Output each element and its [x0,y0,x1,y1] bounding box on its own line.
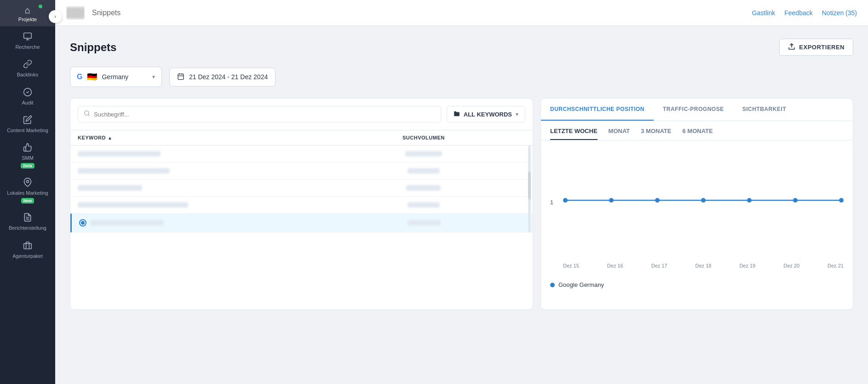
x-label: Dez 15 [563,263,579,268]
tab-sichtbarkeit[interactable]: SICHTBARKEIT [733,99,795,121]
projekte-icon: ⌂ [25,6,30,15]
chart-point [563,198,568,203]
sidebar-item-audit[interactable]: Audit [0,82,55,110]
column-header-keyword: KEYWORD ▲ [78,135,322,140]
notizen-link[interactable]: Notizen (35) [822,9,857,17]
bericht-icon [23,213,32,223]
tab-traffic-prognose[interactable]: TRAFFIC-PROGNOSE [654,99,733,121]
table-row[interactable] [70,163,533,180]
chart-y-label: 1 [550,199,553,206]
tab-durchschnittliche-position[interactable]: DURCHSCHNITTLICHE POSITION [541,99,654,121]
table-row[interactable] [70,197,533,214]
keyword-cell [78,168,322,174]
date-filter[interactable]: 21 Dez 2024 - 21 Dez 2024 [169,68,276,87]
sidebar-item-label: Projekte [18,17,37,23]
panels-row: ALL KEYWORDS ▾ KEYWORD ▲ SUCHVOLUMEN [70,98,853,310]
sort-icon: ▲ [108,135,112,140]
legend-label: Google Germany [558,281,604,288]
folder-icon [454,111,460,118]
sidebar-item-bericht[interactable]: Bericht­erstellung [0,207,55,235]
sub-tab-6-monate[interactable]: 6 MONATE [682,128,713,140]
keyword-cell [78,151,322,157]
sidebar-item-label: Lokales Marketing [7,190,48,196]
filters-row: G 🇩🇪 Germany ▾ 21 Dez 2024 - 21 Dez 2024 [70,67,853,87]
chart-panel: DURCHSCHNITTLICHE POSITION TRAFFIC-PROGN… [540,98,853,310]
x-label: Dez 16 [607,263,623,268]
table-row[interactable] [70,214,533,233]
search-box[interactable] [78,106,441,122]
chart-point [839,198,844,203]
calendar-icon [177,73,184,81]
sub-tab-letzte-woche[interactable]: LETZTE WOCHE [550,128,598,140]
table-row[interactable] [70,145,533,163]
keyword-cell [78,185,322,191]
sub-tab-monat[interactable]: MONAT [609,128,630,140]
smm-badge: Beta [21,163,34,169]
country-label: Germany [102,73,128,81]
svg-rect-9 [178,74,184,79]
sidebar-item-smm[interactable]: SMM Beta [0,137,55,172]
blurred-keyword [90,220,164,226]
column-header-suchvolumen: SUCHVOLUMEN [322,135,525,140]
page-title: Snippets [70,41,116,54]
agenturpaket-icon [23,241,32,251]
chart-legend: Google Germany [541,278,853,296]
feedback-link[interactable]: Feedback [784,9,812,17]
sub-tab-3-monate[interactable]: 3 MONATE [641,128,671,140]
country-filter[interactable]: G 🇩🇪 Germany ▾ [70,67,162,87]
export-icon [788,43,795,52]
topbar-logo [66,6,85,19]
svg-line-14 [88,115,90,116]
sidebar-item-recherche[interactable]: Recherche [0,26,55,54]
sidebar-item-projekte[interactable]: ⌂ Projekte [0,0,55,26]
sidebar-item-label: Bericht­erstellung [9,225,46,231]
chart-area: 1 [541,140,853,278]
x-label: Dez 18 [696,263,712,268]
blurred-suchvolumen [405,151,442,157]
sidebar-item-label: SMM [22,155,34,161]
sidebar-toggle[interactable]: › [49,10,62,23]
svg-rect-0 [24,33,32,39]
topbar-actions: Gastlink Feedback Notizen (35) [752,9,857,17]
keyword-filter-label: ALL KEYWORDS [464,111,512,118]
sidebar-item-lokales-marketing[interactable]: Lokales Marketing New [0,172,55,207]
legend-dot [550,283,555,287]
chart-point [701,198,706,203]
search-input[interactable] [94,111,435,118]
radio-button[interactable] [79,219,86,227]
svg-rect-7 [24,243,32,249]
country-flag: 🇩🇪 [87,72,97,82]
audit-icon [23,87,32,98]
suchvolumen-cell [322,220,525,226]
search-icon [84,110,90,118]
blurred-suchvolumen [406,185,441,191]
export-button[interactable]: EXPORTIEREN [779,39,853,56]
chart-point [609,198,614,203]
panel-tabs: DURCHSCHNITTLICHE POSITION TRAFFIC-PROGN… [541,99,853,121]
sidebar-item-backlinks[interactable]: Backlinks [0,54,55,81]
table-header: KEYWORD ▲ SUCHVOLUMEN [70,130,533,145]
backlinks-icon [23,59,32,70]
svg-point-13 [85,111,89,115]
keywords-panel: ALL KEYWORDS ▾ KEYWORD ▲ SUCHVOLUMEN [70,98,533,310]
gastlink-link[interactable]: Gastlink [752,9,776,17]
sidebar-item-agenturpaket[interactable]: Agenturpaket [0,235,55,263]
topbar-title: Snippets [92,9,745,17]
keyword-filter-dropdown[interactable]: ALL KEYWORDS ▾ [447,106,525,122]
blurred-suchvolumen [408,202,440,208]
lokales-marketing-icon [23,178,32,188]
x-label: Dez 20 [783,263,799,268]
blurred-keyword [78,168,170,174]
blurred-keyword [78,202,188,208]
page-content: Snippets EXPORTIEREN G 🇩🇪 Germany ▾ [55,26,868,384]
table-row[interactable] [70,180,533,197]
search-filter-row: ALL KEYWORDS ▾ [70,99,533,130]
recherche-icon [23,32,32,42]
blurred-suchvolumen [408,168,440,174]
scrollbar-thumb[interactable] [528,172,531,199]
blurred-keyword [78,151,161,157]
sidebar-item-content-marketing[interactable]: Content Marketing [0,110,55,137]
x-label: Dez 21 [828,263,844,268]
table-body [70,145,533,233]
sidebar: › ⌂ Projekte Recherche Backlinks Audit C… [0,0,55,384]
